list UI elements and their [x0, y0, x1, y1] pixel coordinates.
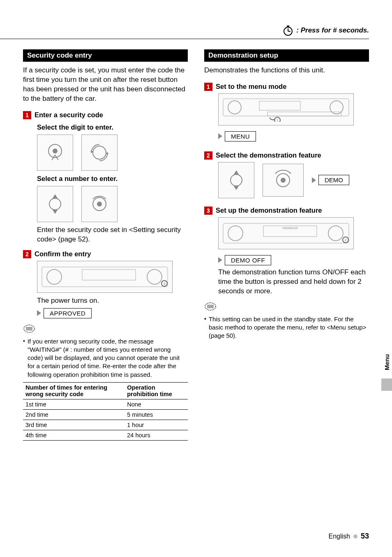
display-text: MENU [225, 131, 256, 142]
note-icon [204, 302, 369, 313]
cell-attempt: 3rd time [23, 420, 125, 430]
display-text: APPROVED [44, 308, 92, 318]
step-title: Confirm the entry [35, 250, 91, 258]
triangle-icon [312, 177, 316, 183]
demo-step-1: 1 Set to the menu mode 1 [204, 83, 369, 142]
cell-time: 1 hour [125, 420, 188, 430]
faceplate-menu-illustration: 1 [218, 93, 354, 125]
footer-page-number: 53 [361, 532, 369, 541]
knob-press-illustration [37, 135, 73, 171]
svg-point-14 [97, 202, 102, 207]
cell-attempt: 4th time [23, 430, 125, 440]
knob-rotate-illustration [81, 135, 118, 171]
prohibition-table: Number of times for entering wrong secur… [23, 382, 188, 441]
security-step-2: 2 Confirm the entry 3 [23, 250, 188, 318]
step-number: 2 [23, 250, 31, 258]
note-wrong-code: • If you enter wrong security code, the … [23, 337, 188, 379]
right-column: Demonstration setup Demonstrates the fun… [204, 49, 369, 441]
side-tab-gray [381, 378, 392, 391]
svg-point-26 [228, 101, 241, 114]
svg-marker-12 [53, 210, 58, 214]
footer-lang: English [328, 533, 350, 540]
table-row: 3rd time 1 hour [23, 420, 188, 430]
footer-dot-icon [353, 534, 357, 538]
knob-updown-illustration [37, 186, 73, 222]
step-number: 1 [204, 83, 212, 91]
cell-time: 5 minutes [125, 409, 188, 420]
svg-rect-29 [267, 112, 341, 116]
svg-rect-27 [259, 101, 300, 110]
step3-body: The demonstration function turns ON/OFF … [218, 268, 369, 296]
table-row: 1st time None [23, 399, 188, 409]
cell-attempt: 2nd time [23, 409, 125, 420]
footer: English 53 [328, 532, 369, 541]
svg-rect-1 [287, 26, 289, 27]
display-text: DEMO OFF [225, 255, 271, 265]
stopwatch-icon [282, 25, 294, 36]
side-tab-label: Menu [381, 346, 392, 378]
side-tab: Menu [381, 346, 392, 391]
step-title: Select the demonstration feature [216, 151, 321, 159]
demo-step-2: 2 Select the demonstration feature [204, 151, 369, 198]
svg-point-36 [281, 178, 286, 183]
knob-updown-illustration [218, 162, 254, 198]
section-title-security: Security code entry [23, 49, 188, 62]
table-header-attempts: Number of times for entering wrong secur… [23, 382, 125, 399]
cell-attempt: 1st time [23, 399, 125, 409]
svg-point-7 [93, 146, 106, 159]
step-number: 2 [204, 151, 212, 160]
svg-rect-15 [42, 267, 168, 287]
knob-rotate-illustration [263, 164, 304, 197]
svg-text:2: 2 [345, 238, 347, 242]
press-for-seconds-text: : Press for # seconds. [296, 26, 369, 35]
triangle-icon [37, 310, 41, 316]
left-column: Security code entry If a security code i… [23, 49, 188, 441]
security-step-1: 1 Enter a security code Select the digit… [23, 111, 188, 244]
faceplate-illustration: 3 [37, 261, 173, 293]
svg-point-38 [228, 226, 243, 241]
svg-point-10 [49, 198, 61, 210]
cell-time: 24 hours [125, 430, 188, 440]
svg-point-18 [147, 269, 162, 284]
top-rule [0, 39, 369, 39]
table-header-time: Operation prohibition time [125, 382, 188, 399]
substep-select-digit: Select the digit to enter. [37, 123, 188, 131]
triangle-icon [218, 257, 222, 263]
svg-text:3: 3 [164, 282, 166, 285]
display-menu: MENU [218, 131, 256, 142]
svg-point-32 [231, 174, 242, 186]
svg-point-6 [53, 149, 58, 153]
demo-intro: Demonstrates the functions of this unit. [204, 66, 369, 75]
cell-time: None [125, 399, 188, 409]
step-title: Set up the demonstration feature [216, 207, 322, 214]
svg-text:1: 1 [277, 118, 279, 122]
bullet-dot: • [204, 315, 206, 340]
note-text: This setting can be used in the standby … [209, 315, 369, 340]
note-text: If you enter wrong security code, the me… [28, 337, 188, 379]
svg-marker-33 [234, 170, 239, 174]
svg-marker-34 [234, 186, 239, 190]
table-row: 4th time 24 hours [23, 430, 188, 440]
svg-point-41 [328, 226, 343, 241]
step1-body: Enter the security code set in <Setting … [37, 225, 188, 244]
note-icon [23, 324, 188, 335]
substep-select-number: Select a number to enter. [37, 175, 188, 183]
svg-marker-11 [53, 194, 58, 198]
knob-rotate-illustration-2 [81, 186, 118, 222]
press-for-seconds-legend: : Press for # seconds. [282, 25, 369, 36]
step-title: Enter a security code [35, 111, 103, 119]
display-demo-off: DEMO OFF [218, 255, 271, 265]
security-intro: If a security code is set, you must ente… [23, 66, 188, 104]
demo-step-3: 3 Set up the demonstration feature KENWO… [204, 207, 369, 296]
triangle-icon [218, 133, 222, 139]
step-title: Set to the menu mode [216, 83, 286, 91]
svg-rect-17 [82, 269, 136, 280]
step-number: 3 [204, 207, 212, 215]
svg-text:KENWOOD: KENWOOD [283, 227, 298, 230]
display-text: DEMO [318, 175, 349, 185]
table-row: 2nd time 5 minutes [23, 409, 188, 420]
faceplate-demo-illustration: KENWOOD 2 [218, 217, 354, 249]
display-approved: APPROVED [37, 308, 92, 318]
section-title-demo: Demonstration setup [204, 49, 369, 62]
note-demo: • This setting can be used in the standb… [204, 315, 369, 340]
